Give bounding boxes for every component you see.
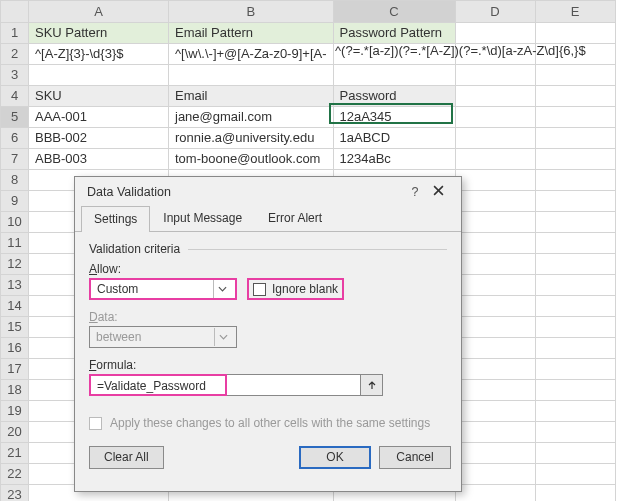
- cell-E6[interactable]: [535, 128, 615, 149]
- cell-E3[interactable]: [535, 65, 615, 86]
- cell-B6[interactable]: ronnie.a@university.edu: [169, 128, 334, 149]
- cell-E16[interactable]: [535, 338, 615, 359]
- cell-D4[interactable]: [455, 86, 535, 107]
- row-header-1[interactable]: 1: [1, 23, 29, 44]
- cell-D11[interactable]: [455, 233, 535, 254]
- cell-D17[interactable]: [455, 359, 535, 380]
- cell-B5[interactable]: jane@gmail.com: [169, 107, 334, 128]
- cell-D3[interactable]: [455, 65, 535, 86]
- row-header-15[interactable]: 15: [1, 317, 29, 338]
- cell-E21[interactable]: [535, 443, 615, 464]
- help-button[interactable]: ?: [405, 185, 425, 199]
- cell-E8[interactable]: [535, 170, 615, 191]
- cell-E10[interactable]: [535, 212, 615, 233]
- cell-D21[interactable]: [455, 443, 535, 464]
- row-header-3[interactable]: 3: [1, 65, 29, 86]
- cell-E13[interactable]: [535, 275, 615, 296]
- cell-D8[interactable]: [455, 170, 535, 191]
- dialog-titlebar[interactable]: Data Validation ?: [75, 177, 461, 205]
- cell-E22[interactable]: [535, 464, 615, 485]
- cell-C1[interactable]: Password Pattern: [333, 23, 455, 44]
- ignore-blank-checkbox[interactable]: Ignore blank: [247, 278, 344, 300]
- grid-corner[interactable]: [1, 1, 29, 23]
- cell-B4[interactable]: Email: [169, 86, 334, 107]
- cell-A3[interactable]: [29, 65, 169, 86]
- cell-A2[interactable]: ^[A-Z]{3}-\d{3}$: [29, 44, 169, 65]
- cell-E9[interactable]: [535, 191, 615, 212]
- row-header-11[interactable]: 11: [1, 233, 29, 254]
- cell-D1[interactable]: [455, 23, 535, 44]
- cell-C4[interactable]: Password: [333, 86, 455, 107]
- cancel-button[interactable]: Cancel: [379, 446, 451, 469]
- row-header-10[interactable]: 10: [1, 212, 29, 233]
- row-header-2[interactable]: 2: [1, 44, 29, 65]
- cell-E14[interactable]: [535, 296, 615, 317]
- cell-D7[interactable]: [455, 149, 535, 170]
- cell-B1[interactable]: Email Pattern: [169, 23, 334, 44]
- row-header-5[interactable]: 5: [1, 107, 29, 128]
- clear-all-button[interactable]: Clear All: [89, 446, 164, 469]
- cell-E7[interactable]: [535, 149, 615, 170]
- cell-E23[interactable]: [535, 485, 615, 502]
- cell-D5[interactable]: [455, 107, 535, 128]
- cell-C5[interactable]: 12aA345: [333, 107, 455, 128]
- close-button[interactable]: [425, 185, 451, 199]
- tab-error-alert[interactable]: Error Alert: [255, 205, 335, 231]
- row-header-14[interactable]: 14: [1, 296, 29, 317]
- row-header-18[interactable]: 18: [1, 380, 29, 401]
- cell-A7[interactable]: ABB-003: [29, 149, 169, 170]
- cell-E19[interactable]: [535, 401, 615, 422]
- cell-A5[interactable]: AAA-001: [29, 107, 169, 128]
- row-header-9[interactable]: 9: [1, 191, 29, 212]
- cell-A4[interactable]: SKU: [29, 86, 169, 107]
- row-header-7[interactable]: 7: [1, 149, 29, 170]
- row-header-20[interactable]: 20: [1, 422, 29, 443]
- cell-D12[interactable]: [455, 254, 535, 275]
- cell-D9[interactable]: [455, 191, 535, 212]
- cell-D16[interactable]: [455, 338, 535, 359]
- cell-B2[interactable]: ^[\w\.\-]+@[A-Za-z0-9]+[A-: [169, 44, 334, 65]
- col-header-A[interactable]: A: [29, 1, 169, 23]
- cell-A1[interactable]: SKU Pattern: [29, 23, 169, 44]
- tab-input-message[interactable]: Input Message: [150, 205, 255, 231]
- row-header-12[interactable]: 12: [1, 254, 29, 275]
- cell-A6[interactable]: BBB-002: [29, 128, 169, 149]
- cell-D19[interactable]: [455, 401, 535, 422]
- cell-D15[interactable]: [455, 317, 535, 338]
- row-header-8[interactable]: 8: [1, 170, 29, 191]
- ok-button[interactable]: OK: [299, 446, 371, 469]
- cell-D13[interactable]: [455, 275, 535, 296]
- col-header-D[interactable]: D: [455, 1, 535, 23]
- cell-E11[interactable]: [535, 233, 615, 254]
- row-header-23[interactable]: 23: [1, 485, 29, 502]
- row-header-22[interactable]: 22: [1, 464, 29, 485]
- col-header-C[interactable]: C: [333, 1, 455, 23]
- cell-D22[interactable]: [455, 464, 535, 485]
- cell-E1[interactable]: [535, 23, 615, 44]
- cell-C6[interactable]: 1aABCD: [333, 128, 455, 149]
- cell-D20[interactable]: [455, 422, 535, 443]
- formula-input[interactable]: =Validate_Password: [89, 374, 227, 396]
- row-header-19[interactable]: 19: [1, 401, 29, 422]
- row-header-4[interactable]: 4: [1, 86, 29, 107]
- cell-B7[interactable]: tom-boone@outlook.com: [169, 149, 334, 170]
- cell-D6[interactable]: [455, 128, 535, 149]
- row-header-6[interactable]: 6: [1, 128, 29, 149]
- cell-E12[interactable]: [535, 254, 615, 275]
- cell-E17[interactable]: [535, 359, 615, 380]
- cell-E4[interactable]: [535, 86, 615, 107]
- cell-D18[interactable]: [455, 380, 535, 401]
- cell-D10[interactable]: [455, 212, 535, 233]
- cell-D14[interactable]: [455, 296, 535, 317]
- cell-C7[interactable]: 1234aBc: [333, 149, 455, 170]
- row-header-16[interactable]: 16: [1, 338, 29, 359]
- col-header-B[interactable]: B: [169, 1, 334, 23]
- row-header-17[interactable]: 17: [1, 359, 29, 380]
- row-header-21[interactable]: 21: [1, 443, 29, 464]
- range-picker-button[interactable]: [361, 374, 383, 396]
- cell-D23[interactable]: [455, 485, 535, 502]
- col-header-E[interactable]: E: [535, 1, 615, 23]
- cell-E20[interactable]: [535, 422, 615, 443]
- row-header-13[interactable]: 13: [1, 275, 29, 296]
- cell-C3[interactable]: [333, 65, 455, 86]
